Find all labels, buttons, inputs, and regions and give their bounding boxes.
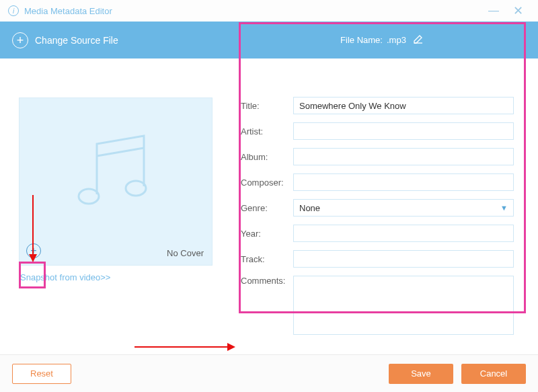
artist-label: Artist:: [241, 126, 293, 136]
close-button[interactable]: ✕: [506, 3, 530, 18]
genre-value: None: [299, 203, 320, 213]
title-input[interactable]: [293, 97, 514, 114]
info-icon: i: [8, 5, 19, 16]
no-cover-label: No Cover: [167, 248, 204, 258]
svg-point-1: [126, 181, 146, 196]
reset-button[interactable]: Reset: [12, 364, 71, 384]
save-button[interactable]: Save: [389, 364, 453, 384]
plus-icon: +: [12, 32, 28, 48]
snapshot-from-video-link[interactable]: Snapshot from video>>: [20, 272, 110, 282]
change-source-label: Change Source File: [35, 35, 118, 46]
cover-art-box: + No Cover: [19, 97, 213, 266]
svg-point-0: [79, 189, 99, 204]
edit-file-name-button[interactable]: [413, 34, 424, 46]
genre-select[interactable]: None ▼: [293, 199, 514, 217]
composer-input[interactable]: [293, 173, 514, 191]
add-cover-button[interactable]: +: [24, 241, 44, 261]
window-title: Media Metadata Editor: [24, 6, 112, 16]
comments-label: Comments:: [241, 276, 293, 286]
change-source-file-button[interactable]: + Change Source File: [12, 32, 118, 48]
comments-input[interactable]: [293, 276, 514, 335]
file-name-area: File Name: .mp3: [241, 22, 523, 58]
genre-label: Genre:: [241, 203, 293, 213]
artist-input[interactable]: [293, 122, 514, 140]
footer-bar: Reset Save Cancel: [0, 354, 538, 392]
cancel-button[interactable]: Cancel: [461, 364, 526, 384]
album-label: Album:: [241, 152, 293, 162]
file-name-value: .mp3: [387, 35, 406, 45]
chevron-down-icon: ▼: [500, 204, 508, 212]
title-label: Title:: [241, 101, 293, 111]
header-bar: + Change Source File File Name: .mp3: [0, 22, 538, 58]
composer-label: Composer:: [241, 178, 293, 188]
year-label: Year:: [241, 229, 293, 239]
music-note-icon: [67, 124, 167, 227]
minimize-button[interactable]: —: [482, 5, 506, 17]
plus-icon: +: [26, 243, 41, 258]
reset-label: Reset: [30, 368, 53, 379]
main-area: + No Cover Snapshot from video>> Title: …: [0, 58, 538, 354]
save-label: Save: [411, 368, 431, 379]
year-input[interactable]: [293, 225, 514, 242]
track-label: Track:: [241, 254, 293, 264]
file-name-label: File Name:: [340, 35, 383, 45]
track-input[interactable]: [293, 250, 514, 268]
title-bar: i Media Metadata Editor — ✕: [0, 0, 538, 22]
metadata-form: Title: Artist: Album: Composer: Genre: N…: [241, 70, 523, 346]
album-input[interactable]: [293, 148, 514, 165]
cancel-label: Cancel: [480, 368, 507, 379]
